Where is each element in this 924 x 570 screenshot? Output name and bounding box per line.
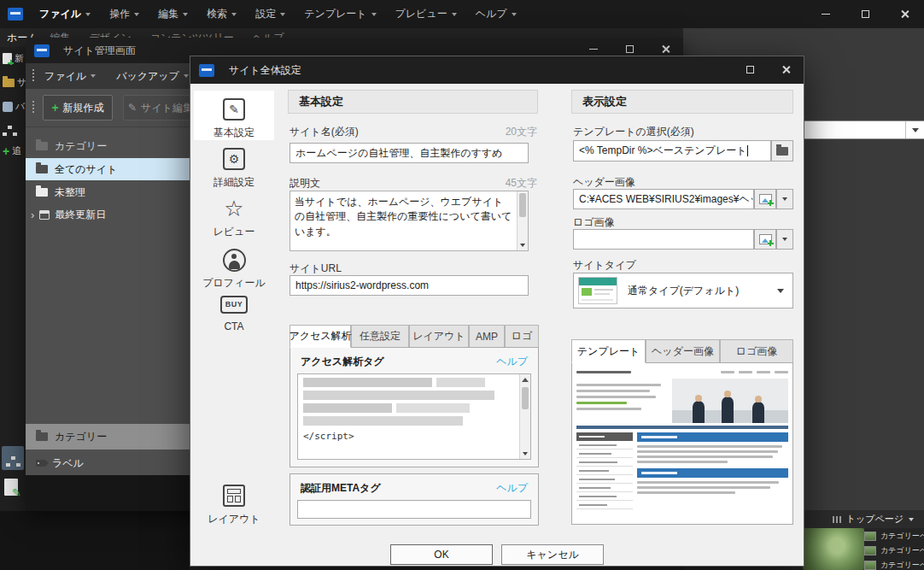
tab-amp[interactable]: AMP bbox=[469, 325, 505, 348]
scrollbar[interactable] bbox=[517, 191, 528, 250]
close-button[interactable] bbox=[885, 0, 924, 28]
strip-edit-page-button[interactable]: ✎ bbox=[4, 479, 18, 496]
description-label: 説明文 bbox=[289, 176, 320, 191]
scroll-down-button[interactable] bbox=[520, 448, 530, 459]
site-type-dropdown[interactable]: 通常タイプ(デフォルト) bbox=[573, 273, 793, 309]
top-page-dropdown[interactable]: トップページ bbox=[846, 513, 904, 526]
template-label: テンプレートの選択(必須) bbox=[573, 125, 694, 139]
analytics-tag-textarea[interactable]: </script> bbox=[297, 373, 531, 460]
minimize-button[interactable] bbox=[806, 0, 845, 28]
category-page-item[interactable]: カテゴリーページ6 bbox=[864, 560, 924, 570]
menu-operation[interactable]: 操作 bbox=[100, 0, 149, 28]
logo-image-dropdown-button[interactable] bbox=[776, 229, 793, 250]
preview-navbar bbox=[576, 426, 788, 429]
nav-item-advanced-settings[interactable]: ⚙ 詳細設定 bbox=[194, 145, 274, 190]
new-site-button[interactable]: +新規作成 bbox=[43, 95, 113, 120]
strip-add-button[interactable]: +追 bbox=[3, 144, 26, 157]
combo-arrow-button[interactable] bbox=[905, 121, 924, 138]
site-url-input[interactable]: https://sirius2-wordpress.com bbox=[289, 275, 529, 296]
nav-item-cta[interactable]: BUY CTA bbox=[194, 291, 274, 332]
dialog-close-button[interactable] bbox=[768, 56, 804, 84]
maximize-icon bbox=[746, 66, 754, 73]
arrow-up-icon bbox=[522, 378, 529, 382]
ok-button[interactable]: OK bbox=[390, 544, 493, 565]
scrollbar-thumb[interactable] bbox=[522, 387, 529, 409]
maximize-button[interactable] bbox=[845, 0, 885, 28]
page-thumbnail bbox=[864, 561, 876, 570]
category-page-item[interactable]: カテゴリーページ5 bbox=[864, 545, 924, 556]
tab-access-analytics[interactable]: アクセス解析 bbox=[289, 325, 351, 348]
menu-search[interactable]: 検索 bbox=[197, 0, 246, 28]
preview-line bbox=[576, 390, 650, 392]
header-image-select-button[interactable] bbox=[754, 189, 776, 209]
person-figure bbox=[752, 402, 764, 423]
tab-logo[interactable]: ロゴ bbox=[505, 325, 539, 348]
strip-backup-button[interactable]: バ bbox=[3, 100, 26, 113]
preview-tab-template[interactable]: テンプレート bbox=[571, 339, 646, 363]
sidebar-footer-label[interactable]: ラベル bbox=[26, 451, 196, 475]
strip-sitemap-active-button[interactable] bbox=[2, 446, 24, 470]
edit-site-button[interactable]: ✎サイト編集 bbox=[123, 95, 198, 120]
site-type-value: 通常タイプ(デフォルト) bbox=[628, 284, 739, 298]
sidebar-item-last-updated[interactable]: › 最終更新日 bbox=[26, 204, 196, 225]
grip-handle[interactable] bbox=[32, 101, 34, 115]
template-preview-panel bbox=[571, 362, 793, 525]
menu-preview[interactable]: プレビュー bbox=[386, 0, 466, 28]
logo-image-select-button[interactable] bbox=[754, 229, 776, 250]
scroll-up-button[interactable] bbox=[520, 374, 530, 385]
template-browse-button[interactable] bbox=[771, 140, 793, 162]
nav-label: 詳細設定 bbox=[213, 176, 254, 188]
sidebar-item-all-sites[interactable]: 全てのサイト bbox=[26, 158, 196, 180]
template-input[interactable]: <% TempDir %>ベーステンプレート bbox=[573, 140, 771, 162]
site-name-input[interactable]: ホームページの自社管理、自主製作のすすめ bbox=[289, 143, 529, 163]
header-image-dropdown-button[interactable] bbox=[776, 189, 793, 209]
sitemap-icon bbox=[11, 456, 15, 460]
menu-help[interactable]: ヘルプ bbox=[466, 0, 526, 28]
sidebar-footer-category[interactable]: カテゴリー bbox=[26, 424, 196, 450]
manager-menu-backup[interactable]: バックアップ bbox=[106, 69, 199, 84]
meta-tag-input[interactable] bbox=[297, 500, 531, 519]
strip-new-button[interactable]: 新 bbox=[3, 52, 26, 65]
category-page-item[interactable]: カテゴリーページ4 bbox=[864, 531, 924, 542]
scroll-down-button[interactable] bbox=[518, 239, 528, 250]
sidebar-item-unsorted[interactable]: 未整理 bbox=[26, 182, 196, 203]
chevron-down-icon bbox=[782, 197, 787, 201]
meta-tag-help-link[interactable]: ヘルプ bbox=[496, 481, 528, 496]
scrollbar[interactable] bbox=[519, 374, 530, 459]
meta-tag-title: 認証用METAタグ bbox=[301, 481, 381, 496]
nav-item-review[interactable]: ☆ レビュー bbox=[194, 195, 274, 239]
description-textarea[interactable]: 当サイトでは、ホームページ、ウエブサイトの自社管理、自主製作の重要性について書い… bbox=[289, 191, 529, 251]
new-document-icon bbox=[3, 53, 12, 64]
list-icon bbox=[833, 516, 841, 523]
dialog-maximize-button[interactable] bbox=[732, 56, 768, 84]
menu-edit[interactable]: 編集 bbox=[149, 0, 197, 28]
nav-item-layout[interactable]: レイアウト bbox=[194, 482, 274, 526]
tab-layout[interactable]: レイアウト bbox=[409, 325, 469, 348]
chevron-down-icon bbox=[183, 13, 188, 16]
scrollbar-thumb[interactable] bbox=[519, 193, 526, 217]
preview-line-green bbox=[576, 402, 627, 404]
menu-file[interactable]: ファイル bbox=[30, 0, 100, 28]
manager-menu-file[interactable]: ファイル bbox=[34, 69, 106, 84]
pencil-icon: ✎ bbox=[12, 486, 21, 499]
page-thumbnail bbox=[864, 546, 876, 555]
strip-site-button[interactable]: サ bbox=[3, 76, 26, 89]
strip-sitemap-button[interactable] bbox=[3, 124, 26, 138]
analytics-help-link[interactable]: ヘルプ bbox=[496, 355, 528, 369]
logo-image-input[interactable] bbox=[573, 229, 754, 250]
tab-optional-settings[interactable]: 任意設定 bbox=[351, 325, 409, 348]
preview-line bbox=[757, 371, 770, 373]
menu-template[interactable]: テンプレート bbox=[295, 0, 385, 28]
menu-settings[interactable]: 設定 bbox=[246, 0, 295, 28]
preview-tab-header-image[interactable]: ヘッダー画像 bbox=[646, 339, 720, 363]
header-image-input[interactable]: C:¥ACES WEB¥SIRIUS2¥images¥ヘッダ bbox=[573, 189, 754, 209]
preview-menu-item bbox=[576, 475, 633, 484]
preview-menu-item bbox=[576, 441, 633, 450]
preview-menu-item bbox=[576, 450, 633, 458]
meta-tag-group: 認証用METAタグ ヘルプ bbox=[289, 473, 539, 526]
preview-tab-logo-image[interactable]: ロゴ画像 bbox=[720, 339, 793, 363]
nav-item-profile[interactable]: プロフィール bbox=[194, 246, 274, 291]
nav-item-basic-settings[interactable]: ✎ 基本設定 bbox=[194, 91, 274, 140]
cancel-button[interactable]: キャンセル bbox=[501, 544, 604, 565]
app-icon bbox=[199, 64, 214, 77]
